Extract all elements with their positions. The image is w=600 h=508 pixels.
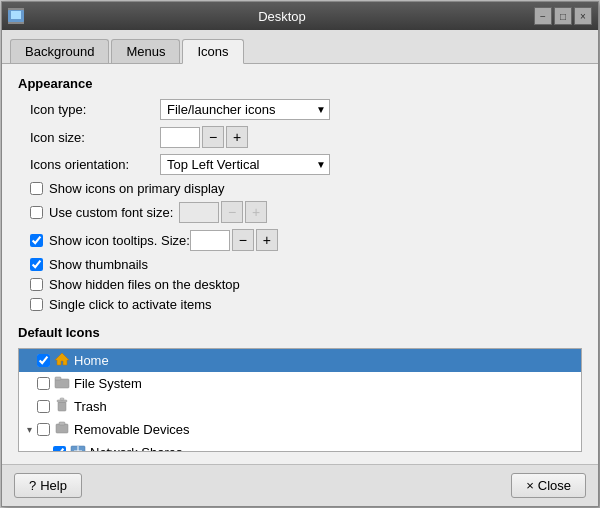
show-thumbnails-checkbox[interactable]: [30, 258, 43, 271]
tooltip-decrement[interactable]: −: [232, 229, 254, 251]
svg-marker-2: [55, 353, 69, 365]
icon-size-label: Icon size:: [30, 130, 160, 145]
svg-rect-1: [11, 11, 21, 19]
network-shares-label: Network Shares: [90, 445, 182, 452]
icon-size-spinbox: 48 − +: [160, 126, 248, 148]
tree-item-removable[interactable]: ▾ Removable Devices: [19, 418, 581, 441]
svg-rect-3: [55, 379, 69, 388]
maximize-button[interactable]: □: [554, 7, 572, 25]
custom-font-spinbox: 12 − +: [179, 201, 267, 223]
content-area: Appearance Icon type: File/launcher icon…: [2, 64, 598, 464]
custom-font-row: Use custom font size: 12 − +: [18, 201, 582, 223]
show-hidden-row: Show hidden files on the desktop: [18, 277, 582, 292]
svg-rect-4: [55, 377, 61, 380]
font-decrement[interactable]: −: [221, 201, 243, 223]
svg-rect-7: [60, 398, 64, 400]
icons-orientation-select-wrap: Top Left Vertical ▼: [160, 154, 330, 175]
app-icon: [8, 8, 24, 24]
icon-type-select-wrap: File/launcher icons ▼: [160, 99, 330, 120]
single-click-checkbox[interactable]: [30, 298, 43, 311]
expand-placeholder-home: [23, 355, 35, 367]
custom-font-input[interactable]: 12: [179, 202, 219, 223]
icon-size-input[interactable]: 48: [160, 127, 200, 148]
default-icons-title: Default Icons: [18, 325, 582, 340]
show-icons-primary-checkbox[interactable]: [30, 182, 43, 195]
close-icon: ×: [526, 478, 534, 493]
icons-orientation-select[interactable]: Top Left Vertical: [160, 154, 330, 175]
home-checkbox[interactable]: [37, 354, 50, 367]
tooltip-increment[interactable]: +: [256, 229, 278, 251]
tree-item-home[interactable]: Home: [19, 349, 581, 372]
icon-type-select[interactable]: File/launcher icons: [160, 99, 330, 120]
icon-type-row: Icon type: File/launcher icons ▼: [18, 99, 582, 120]
appearance-title: Appearance: [18, 76, 582, 91]
close-button[interactable]: ×: [574, 7, 592, 25]
tooltip-size-spinbox: 64 − +: [190, 229, 278, 251]
expand-placeholder-ns: [39, 447, 51, 453]
trash-icon: [54, 397, 70, 416]
custom-font-label: Use custom font size:: [49, 205, 179, 220]
tooltips-row: Show icon tooltips. Size: 64 − +: [18, 229, 582, 251]
tab-background[interactable]: Background: [10, 39, 109, 63]
removable-icon: [54, 420, 70, 439]
svg-rect-6: [57, 400, 67, 402]
show-tooltips-label: Show icon tooltips. Size:: [49, 233, 190, 248]
icon-size-increment[interactable]: +: [226, 126, 248, 148]
show-tooltips-checkbox[interactable]: [30, 234, 43, 247]
icons-orientation-label: Icons orientation:: [30, 157, 160, 172]
svg-rect-5: [58, 402, 66, 411]
filesystem-label: File System: [74, 376, 142, 391]
home-icon: [54, 351, 70, 370]
font-increment[interactable]: +: [245, 201, 267, 223]
svg-rect-8: [56, 424, 68, 433]
minimize-button[interactable]: −: [534, 7, 552, 25]
default-icons-tree[interactable]: Home File System: [18, 348, 582, 452]
close-label: Close: [538, 478, 571, 493]
home-label: Home: [74, 353, 109, 368]
show-hidden-label: Show hidden files on the desktop: [49, 277, 240, 292]
desktop-window: Desktop − □ × Background Menus Icons App…: [1, 1, 599, 507]
tree-item-trash[interactable]: Trash: [19, 395, 581, 418]
icons-orientation-row: Icons orientation: Top Left Vertical ▼: [18, 154, 582, 175]
custom-font-checkbox[interactable]: [30, 206, 43, 219]
help-label: Help: [40, 478, 67, 493]
titlebar: Desktop − □ ×: [2, 2, 598, 30]
tab-icons[interactable]: Icons: [182, 39, 243, 64]
network-shares-icon: [70, 443, 86, 452]
filesystem-icon: [54, 374, 70, 393]
show-thumbnails-label: Show thumbnails: [49, 257, 148, 272]
tab-menus[interactable]: Menus: [111, 39, 180, 63]
tooltip-size-input[interactable]: 64: [190, 230, 230, 251]
tree-item-network-shares[interactable]: Network Shares: [35, 441, 581, 452]
expand-placeholder-fs: [23, 378, 35, 390]
help-icon: ?: [29, 478, 36, 493]
network-shares-checkbox[interactable]: [53, 446, 66, 452]
tabs-bar: Background Menus Icons: [2, 30, 598, 64]
icon-size-row: Icon size: 48 − +: [18, 126, 582, 148]
removable-checkbox[interactable]: [37, 423, 50, 436]
default-icons-section: Default Icons Home: [18, 325, 582, 452]
help-button[interactable]: ? Help: [14, 473, 82, 498]
icon-type-label: Icon type:: [30, 102, 160, 117]
filesystem-checkbox[interactable]: [37, 377, 50, 390]
show-icons-primary-row: Show icons on primary display: [18, 181, 582, 196]
window-title: Desktop: [30, 9, 534, 24]
trash-label: Trash: [74, 399, 107, 414]
close-button-bottom[interactable]: × Close: [511, 473, 586, 498]
single-click-row: Single click to activate items: [18, 297, 582, 312]
window-controls: − □ ×: [534, 7, 592, 25]
bottom-bar: ? Help × Close: [2, 464, 598, 506]
show-hidden-checkbox[interactable]: [30, 278, 43, 291]
tree-item-filesystem[interactable]: File System: [19, 372, 581, 395]
svg-rect-9: [59, 422, 65, 425]
show-thumbnails-row: Show thumbnails: [18, 257, 582, 272]
show-icons-primary-label: Show icons on primary display: [49, 181, 225, 196]
expand-placeholder-trash: [23, 401, 35, 413]
removable-label: Removable Devices: [74, 422, 190, 437]
expand-removable-icon[interactable]: ▾: [23, 424, 35, 436]
trash-checkbox[interactable]: [37, 400, 50, 413]
icon-size-decrement[interactable]: −: [202, 126, 224, 148]
single-click-label: Single click to activate items: [49, 297, 212, 312]
